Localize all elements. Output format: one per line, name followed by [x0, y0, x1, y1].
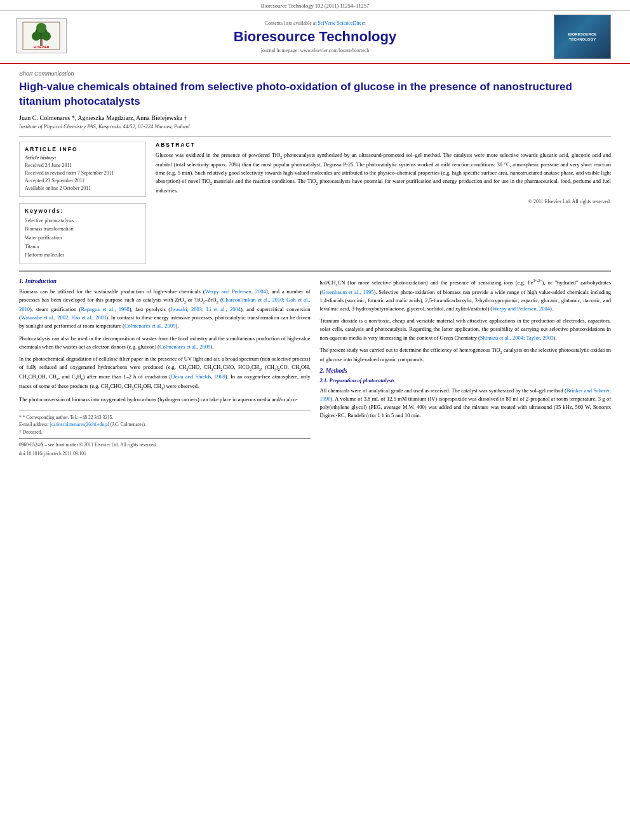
- article-info-box: ARTICLE INFO Article history: Received 2…: [19, 142, 146, 197]
- sciverse-link-anchor[interactable]: SciVerse ScienceDirect: [318, 20, 366, 26]
- abstract-section: ABSTRACT Glucose was oxidized in the pre…: [156, 142, 611, 204]
- cover-image-text: BIORESOURCE TECHNOLOGY: [554, 32, 610, 43]
- methods-subsection-title: 2.1. Preparation of photocatalysts: [320, 377, 612, 383]
- email-note: E-mail address: jcarloscolmenares@ichf.e…: [19, 421, 311, 428]
- journal-cover-image: BIORESOURCE TECHNOLOGY: [554, 15, 611, 59]
- keyword-3: Water purification: [25, 234, 140, 243]
- intro-paragraph-4: The photoconversion of biomass into oxyg…: [19, 396, 311, 404]
- svg-text:ELSEVIER: ELSEVIER: [34, 45, 50, 49]
- keyword-5: Platform molecules: [25, 251, 140, 260]
- authors-text: Juan C. Colmenares *, Agnieszka Magdziar…: [19, 114, 187, 121]
- journal-title: Bioresource Technology: [76, 29, 554, 45]
- email-label: E-mail address:: [19, 422, 49, 427]
- deceased-note: † Deceased.: [19, 429, 311, 436]
- abstract-column: ABSTRACT Glucose was oxidized in the pre…: [156, 142, 611, 264]
- journal-title-area: Contents lists available at SciVerse Sci…: [76, 20, 554, 53]
- abstract-text: Glucose was oxidized in the presence of …: [156, 151, 611, 195]
- authors-line: Juan C. Colmenares *, Agnieszka Magdziar…: [19, 114, 611, 121]
- contents-available-text: Contents lists available at: [265, 20, 317, 26]
- doi-line: doi:10.1016/j.biortech.2011.09.101: [19, 451, 311, 457]
- abstract-head: ABSTRACT: [156, 142, 611, 148]
- journal-citation: Bioresource Technology 102 (2011) 11254–…: [261, 3, 370, 9]
- info-abstract-section: ARTICLE INFO Article history: Received 2…: [19, 136, 611, 264]
- methods-paragraph-1: All chemicals were of analytical grade a…: [320, 387, 612, 420]
- body-content: 1. Introduction Biomass can be utilized …: [19, 270, 611, 457]
- elsevier-tree-icon: ELSEVIER: [22, 22, 60, 50]
- introduction-title: 1. Introduction: [19, 278, 311, 284]
- methods-title: 2. Methods: [320, 368, 612, 374]
- article-history-head: Article history:: [25, 155, 140, 161]
- right-intro-paragraph-2: Titanium dioxide is a non-toxic, cheap a…: [320, 317, 612, 342]
- elsevier-logo: ELSEVIER: [6, 18, 76, 55]
- keywords-head: Keywords:: [25, 208, 140, 214]
- intro-paragraph-3: In the photochemical degradation of cell…: [19, 355, 311, 392]
- email-address: jcarloscolmenares@ichf.edu.pl: [50, 422, 109, 427]
- intro-number: 1. Introduction: [19, 278, 57, 284]
- elsevier-logo-image: ELSEVIER: [16, 18, 67, 53]
- copyright-notice: © 2011 Elsevier Ltd. All rights reserved…: [156, 199, 611, 204]
- intro-paragraph-1: Biomass can be utilized for the sustaina…: [19, 288, 311, 331]
- body-left-column: 1. Introduction Biomass can be utilized …: [19, 278, 311, 457]
- article-title: High-value chemicals obtained from selec…: [19, 80, 611, 109]
- svg-point-6: [36, 23, 46, 33]
- right-intro-paragraph-1: hol/CH3CN (for more selective photooxida…: [320, 278, 612, 313]
- right-intro-paragraph-3: The present study was carried out to det…: [320, 346, 612, 364]
- article-info-column: ARTICLE INFO Article history: Received 2…: [19, 142, 146, 264]
- sciverse-link-label: SciVerse ScienceDirect: [318, 20, 366, 26]
- corresponding-author-note: * * Corresponding author. Tel.: +48 22 3…: [19, 414, 311, 421]
- email-person: (J.C. Colmenares).: [111, 422, 146, 427]
- journal-homepage: journal homepage: www.elsevier.com/locat…: [76, 48, 554, 53]
- svg-point-5: [42, 32, 51, 41]
- revised-date: Received in revised form 7 September 201…: [25, 170, 140, 177]
- body-right-column: hol/CH3CN (for more selective photooxida…: [320, 278, 612, 457]
- homepage-text: journal homepage: www.elsevier.com/locat…: [261, 48, 370, 53]
- keyword-2: Biomass transformation: [25, 225, 140, 234]
- svg-point-4: [32, 32, 41, 41]
- intro-paragraph-2: Photocatalysis can also be used in the d…: [19, 335, 311, 351]
- affiliation: Institute of Physical Chemistry PAS, Kas…: [19, 123, 611, 130]
- received-date: Received 24 June 2011: [25, 162, 140, 170]
- journal-header: ELSEVIER Contents lists available at Sci…: [0, 11, 630, 64]
- article-type-label: Short Communication: [19, 70, 611, 77]
- footer-section: * * Corresponding author. Tel.: +48 22 3…: [19, 410, 311, 457]
- accepted-date: Accepted 23 September 2011: [25, 177, 140, 185]
- journal-cover-area: BIORESOURCE TECHNOLOGY: [554, 15, 624, 59]
- article-info-head: ARTICLE INFO: [25, 146, 140, 152]
- keywords-box: Keywords: Selective photocatalysis Bioma…: [19, 203, 146, 264]
- corresponding-text: * Corresponding author. Tel.: +48 22 343…: [23, 415, 114, 420]
- article-content: Short Communication High-value chemicals…: [0, 64, 630, 463]
- publisher-logo-area: ELSEVIER: [6, 18, 76, 55]
- keyword-4: Titania: [25, 243, 140, 251]
- issn-copyright: 0960-8524/$ – see front matter © 2011 El…: [19, 442, 311, 448]
- sciverse-link: Contents lists available at SciVerse Sci…: [76, 20, 554, 26]
- available-date: Available online 2 October 2011: [25, 185, 140, 192]
- footer-divider: [19, 438, 311, 439]
- keyword-1: Selective photocatalysis: [25, 217, 140, 225]
- journal-bar: Bioresource Technology 102 (2011) 11254–…: [0, 0, 630, 11]
